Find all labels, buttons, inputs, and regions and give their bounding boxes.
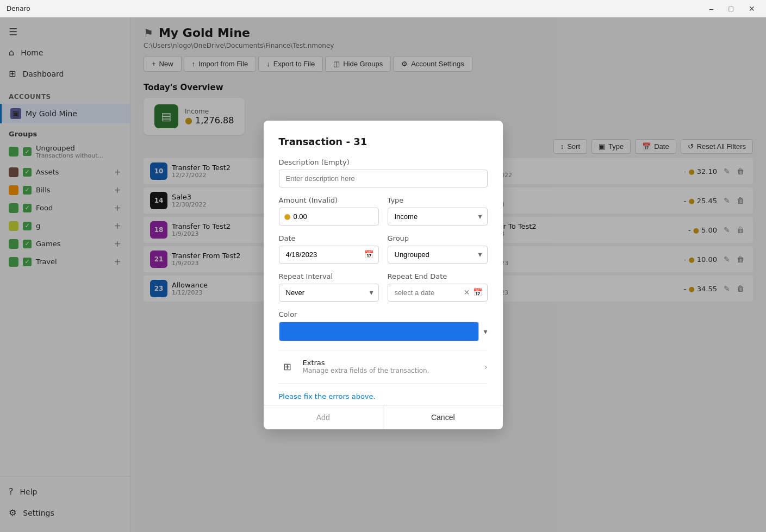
type-field: Type Income Expense ▾ xyxy=(388,196,488,226)
add-button: Add xyxy=(264,405,383,429)
repeat-end-input-wrap: ✕ 📅 xyxy=(388,284,488,302)
repeat-field: Repeat Interval Never Daily Weekly Month… xyxy=(279,272,379,302)
description-input[interactable] xyxy=(279,170,488,187)
app-name: Denaro xyxy=(7,5,30,12)
close-button[interactable]: ✕ xyxy=(744,3,759,14)
modal-content: Transaction - 31 Description (Empty) Amo… xyxy=(264,121,503,405)
title-bar: Denaro – □ ✕ xyxy=(0,0,766,17)
repeat-select-wrap: Never Daily Weekly Monthly ▾ xyxy=(279,284,379,302)
maximize-button[interactable]: □ xyxy=(725,3,738,14)
extras-title: Extras xyxy=(303,359,429,367)
color-label: Color xyxy=(279,310,488,318)
repeat-end-clear-icon[interactable]: ✕ xyxy=(464,288,470,297)
amount-input-wrap: ● xyxy=(279,208,379,226)
group-label: Group xyxy=(388,234,488,242)
minimize-button[interactable]: – xyxy=(705,3,718,14)
extras-subtitle: Manage extra fields of the transaction. xyxy=(303,367,429,374)
cancel-button[interactable]: Cancel xyxy=(383,405,503,429)
description-label: Description (Empty) xyxy=(279,158,488,166)
transaction-modal: Transaction - 31 Description (Empty) Amo… xyxy=(264,121,503,429)
color-chevron-icon[interactable]: ▾ xyxy=(483,327,487,336)
description-field: Description (Empty) xyxy=(279,158,488,187)
group-field: Group Ungrouped Assets Bills Food ▾ xyxy=(388,234,488,264)
repeat-end-label: Repeat End Date xyxy=(388,272,488,280)
window-controls: – □ ✕ xyxy=(705,3,759,14)
app-title-bar: Denaro xyxy=(7,5,30,12)
amount-type-row: Amount (Invalid) ● Type Income Expense ▾ xyxy=(279,196,488,234)
color-swatch[interactable] xyxy=(279,322,479,341)
repeat-end-field: Repeat End Date ✕ 📅 xyxy=(388,272,488,302)
calendar-icon: 📅 xyxy=(364,250,373,259)
type-label: Type xyxy=(388,196,488,204)
amount-field: Amount (Invalid) ● xyxy=(279,196,379,226)
color-row: ▾ xyxy=(279,322,488,341)
modal-title: Transaction - 31 xyxy=(279,136,488,147)
amount-dot-icon: ● xyxy=(284,212,291,221)
type-select-wrap: Income Expense ▾ xyxy=(388,208,488,226)
date-field: Date 📅 xyxy=(279,234,379,264)
type-select[interactable]: Income Expense xyxy=(388,208,488,226)
repeat-select[interactable]: Never Daily Weekly Monthly xyxy=(279,284,379,302)
error-message: Please fix the errors above. xyxy=(279,388,488,405)
date-input-wrap: 📅 xyxy=(279,246,379,264)
color-field: Color ▾ xyxy=(279,310,488,341)
modal-overlay[interactable]: Transaction - 31 Description (Empty) Amo… xyxy=(0,17,766,532)
repeat-row: Repeat Interval Never Daily Weekly Month… xyxy=(279,272,488,310)
extras-icon: ⊞ xyxy=(279,358,296,375)
group-select[interactable]: Ungrouped Assets Bills Food xyxy=(388,246,488,264)
amount-label: Amount (Invalid) xyxy=(279,196,379,204)
date-label: Date xyxy=(279,234,379,242)
date-group-row: Date 📅 Group Ungrouped Assets Bills Food xyxy=(279,234,488,272)
repeat-end-calendar-icon: 📅 xyxy=(473,288,482,297)
repeat-label: Repeat Interval xyxy=(279,272,379,280)
group-select-wrap: Ungrouped Assets Bills Food ▾ xyxy=(388,246,488,264)
modal-footer: Add Cancel xyxy=(264,405,503,429)
extras-chevron-icon: › xyxy=(484,362,488,371)
extras-section[interactable]: ⊞ Extras Manage extra fields of the tran… xyxy=(279,350,488,384)
amount-input[interactable] xyxy=(279,208,379,226)
